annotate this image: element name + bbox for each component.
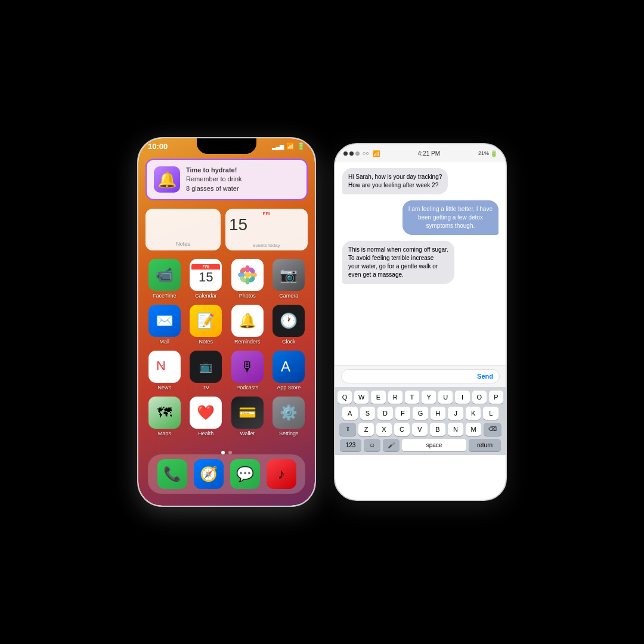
camera-icon: 📷	[273, 259, 305, 291]
key-s[interactable]: S	[360, 407, 376, 420]
key-l[interactable]: L	[483, 407, 499, 420]
health-icon: ❤️	[190, 397, 222, 429]
key-q[interactable]: Q	[338, 391, 352, 404]
notification-banner[interactable]: 🔔 Time to hydrate! Remember to drink8 gl…	[145, 159, 308, 200]
keyboard-row-1: Q W E R T Y U I O P	[338, 391, 503, 404]
key-k[interactable]: K	[466, 407, 481, 420]
key-p[interactable]: P	[489, 391, 503, 404]
mail-icon: ✉️	[148, 305, 181, 337]
key-x[interactable]: X	[376, 423, 392, 436]
app-photos[interactable]: Photos	[228, 259, 267, 299]
key-e[interactable]: E	[371, 391, 385, 404]
app-notes[interactable]: 📝 Notes	[187, 305, 225, 345]
key-u[interactable]: U	[438, 391, 453, 404]
app-camera[interactable]: 📷 Camera	[270, 259, 308, 299]
maps-icon: 🗺	[148, 397, 181, 429]
podcasts-label: Podcasts	[236, 385, 258, 391]
app-facetime[interactable]: 📹 FaceTime	[145, 259, 184, 299]
photos-label: Photos	[239, 293, 256, 299]
message-input-field[interactable]: Send	[341, 369, 500, 383]
key-b[interactable]: B	[430, 423, 445, 436]
app-row-1: 📹 FaceTime FRI 15 Calendar	[145, 259, 308, 299]
signal-oo: ○○	[363, 150, 369, 156]
dock-music[interactable]: ♪	[267, 459, 296, 489]
appstore-label: App Store	[277, 385, 301, 391]
wifi-status: 📶	[373, 150, 380, 157]
msg-text-3: This is normal when coming off sugar.To …	[348, 246, 448, 278]
key-emoji[interactable]: ☺	[364, 439, 380, 451]
app-reminders[interactable]: 🔔 Reminders	[228, 305, 267, 345]
msg-text-2: I am feeling a little better, I havebeen…	[408, 206, 493, 229]
keyboard-row-2: A S D F G H J K L	[338, 407, 503, 420]
widget-calendar[interactable]: FRI 15 events today	[225, 209, 308, 250]
dock-messages[interactable]: 💬	[230, 459, 260, 489]
news-icon: N̈	[148, 351, 181, 383]
photos-icon	[231, 259, 264, 291]
app-settings[interactable]: ⚙️ Settings	[270, 397, 308, 436]
phone2-chat-screen: ○○ 📶 4:21 PM 21% 🔋 Hi Sarah, how is your…	[334, 143, 507, 501]
calendar-app-label: Calendar	[195, 293, 217, 299]
app-podcasts[interactable]: 🎙 Podcasts	[228, 351, 267, 391]
keyboard-row-3: ⇧ Z X C V B N M ⌫	[338, 423, 503, 436]
notification-icon: 🔔	[154, 166, 180, 193]
key-g[interactable]: G	[413, 407, 428, 420]
clock-label: Clock	[282, 339, 296, 345]
key-j[interactable]: J	[448, 407, 463, 420]
facetime-label: FaceTime	[153, 293, 177, 299]
msg-text-1: Hi Sarah, how is your day tracking?How a…	[348, 174, 442, 188]
widget-notes[interactable]: Notes	[145, 209, 221, 250]
app-wallet[interactable]: 💳 Wallet	[228, 397, 267, 436]
key-r[interactable]: R	[388, 391, 402, 404]
key-123[interactable]: 123	[340, 439, 361, 451]
key-mic[interactable]: 🎤	[383, 439, 400, 451]
key-m[interactable]: M	[466, 423, 481, 436]
app-news[interactable]: N̈ News	[145, 351, 184, 391]
key-t[interactable]: T	[405, 391, 419, 404]
app-maps[interactable]: 🗺 Maps	[145, 397, 184, 436]
key-i[interactable]: I	[455, 391, 469, 404]
widget-notes-label: Notes	[176, 241, 190, 247]
wallet-label: Wallet	[240, 431, 255, 436]
dock-safari[interactable]: 🧭	[194, 459, 224, 489]
phone2-battery-area: 21% 🔋	[478, 150, 497, 157]
key-return[interactable]: return	[469, 439, 501, 451]
key-o[interactable]: O	[472, 391, 487, 404]
key-d[interactable]: D	[377, 407, 393, 420]
settings-label: Settings	[279, 431, 299, 436]
app-mail[interactable]: ✉️ Mail	[145, 305, 184, 345]
key-space[interactable]: space	[402, 439, 466, 451]
settings-icon: ⚙️	[273, 397, 305, 429]
app-tv[interactable]: 📺 TV	[187, 351, 225, 391]
key-a[interactable]: A	[342, 407, 358, 420]
key-h[interactable]: H	[431, 407, 446, 420]
svg-point-9	[244, 272, 250, 278]
key-f[interactable]: F	[395, 407, 411, 420]
dock: 📞 🧭 💬 ♪	[148, 454, 305, 494]
clock-icon: 🕐	[273, 305, 305, 337]
key-v[interactable]: V	[412, 423, 428, 436]
battery-icon: 🔋	[297, 143, 305, 150]
wallet-icon: 💳	[231, 397, 264, 429]
key-c[interactable]: C	[394, 423, 410, 436]
app-calendar[interactable]: FRI 15 Calendar	[187, 259, 225, 299]
key-shift[interactable]: ⇧	[339, 423, 356, 436]
dock-messages-icon: 💬	[230, 459, 260, 489]
app-appstore[interactable]: A App Store	[270, 351, 308, 391]
mail-label: Mail	[159, 339, 169, 345]
send-button[interactable]: Send	[477, 373, 493, 380]
phone2-signal: ○○ 📶	[343, 150, 380, 157]
key-z[interactable]: Z	[358, 423, 374, 436]
calendar-icon: FRI 15	[190, 259, 222, 291]
app-row-3: N̈ News 📺 TV 🎙 Podcasts A App Store	[145, 351, 308, 391]
key-w[interactable]: W	[354, 391, 369, 404]
signal-icon: ▂▄▆	[272, 144, 284, 150]
app-health[interactable]: ❤️ Health	[187, 397, 225, 436]
app-clock[interactable]: 🕐 Clock	[270, 305, 308, 345]
app-grid: 📹 FaceTime FRI 15 Calendar	[145, 259, 308, 442]
key-n[interactable]: N	[448, 423, 463, 436]
notification-text: Time to hydrate! Remember to drink8 glas…	[186, 166, 242, 193]
dock-phone[interactable]: 📞	[157, 459, 187, 489]
key-y[interactable]: Y	[422, 391, 436, 404]
widget-row: Notes FRI 15 events today	[145, 209, 308, 250]
key-delete[interactable]: ⌫	[484, 423, 501, 436]
